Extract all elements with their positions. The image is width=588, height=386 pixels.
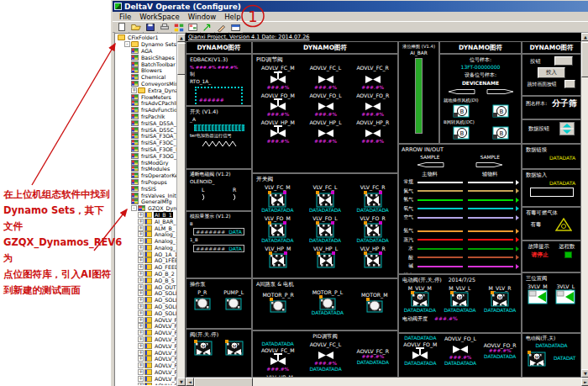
- expand-icon[interactable]: +: [138, 336, 144, 342]
- expand-icon[interactable]: +: [138, 369, 144, 375]
- tree-item[interactable]: -Dynamo Sets: [116, 41, 176, 48]
- data-display-object[interactable]: #######DATA: [193, 228, 244, 235]
- control-valve-object[interactable]: AOVLV_FO_L###.#%DATADATADA: [444, 336, 476, 367]
- material-line[interactable]: [417, 256, 463, 258]
- level-bar-gauge-object[interactable]: [415, 58, 423, 134]
- material-line[interactable]: [468, 208, 513, 209]
- tree-item[interactable]: +Analog_1AI_2B: [116, 231, 176, 238]
- menu-workspace[interactable]: WorkSpace: [135, 13, 183, 21]
- motor-valve-icon[interactable]: M: [194, 340, 213, 357]
- scroll-down-icon[interactable]: ▼: [581, 369, 588, 378]
- tree-item[interactable]: frsISA_D55A_B: [116, 119, 176, 126]
- tree-item[interactable]: +AOVLV_FO_L_: [116, 375, 176, 382]
- tree-item[interactable]: +AO_SOLENOID_R_: [116, 309, 176, 316]
- collapse-icon[interactable]: -: [131, 205, 137, 211]
- tree-item[interactable]: +AO_B_5: [116, 277, 176, 283]
- sample-arrow[interactable]: SAMPLE: [475, 155, 504, 169]
- control-valve-icon[interactable]: [318, 71, 334, 85]
- control-valve-object[interactable]: AOVLV_FC_R###.#%: [356, 65, 388, 90]
- toxic-warning-icon[interactable]: [555, 218, 572, 231]
- canvas-hscrollbar[interactable]: ◄ ►: [186, 378, 588, 386]
- canvas-vscroll-thumb[interactable]: [581, 42, 588, 77]
- tree-item[interactable]: +AO_B_2: [116, 271, 176, 278]
- control-valve-icon[interactable]: [270, 353, 286, 367]
- tree-item[interactable]: +AOVLV_FC_L_: [116, 316, 176, 323]
- canvas-vscrollbar[interactable]: ▲ ▼: [581, 33, 588, 378]
- waveform-object[interactable]: [201, 140, 238, 148]
- tree-item[interactable]: BatchToolbar: [116, 61, 176, 67]
- motor-icon[interactable]: [270, 298, 286, 313]
- new-button[interactable]: [115, 22, 129, 33]
- pump-icon[interactable]: [194, 295, 211, 310]
- tree-item[interactable]: ConveyorsMisc: [116, 81, 176, 87]
- data-input-box[interactable]: [530, 188, 574, 197]
- canvas-hscroll-thumb[interactable]: [194, 378, 253, 386]
- collapse-icon[interactable]: -: [124, 41, 130, 47]
- material-line[interactable]: [468, 199, 513, 201]
- tree-item[interactable]: +AOVLV_FC_L_2: [116, 323, 176, 330]
- scroll-right-icon[interactable]: ►: [581, 378, 588, 386]
- pump-icon[interactable]: [225, 295, 242, 310]
- runtime-mode-button[interactable]: [172, 22, 186, 33]
- onoff-valve-object[interactable]: VLV_HP_L: [313, 246, 338, 268]
- tree-item[interactable]: frsPachlk: [116, 114, 176, 120]
- solenoid-object[interactable]: R: [231, 187, 238, 203]
- arrow-left-icon[interactable]: [447, 87, 475, 96]
- motor-valve-icon[interactable]: M: [450, 291, 469, 308]
- data-display[interactable]: #######DATA: [193, 228, 244, 235]
- onoff-valve-icon[interactable]: [364, 251, 382, 268]
- tree-item[interactable]: +AO_FEEDBACK_: [116, 264, 176, 271]
- material-line[interactable]: [417, 266, 463, 267]
- sample-button-object[interactable]: [564, 80, 575, 88]
- motor-object[interactable]: MOTOR_P_R: [262, 292, 293, 313]
- tree-item[interactable]: +AO_OUT_: [116, 283, 176, 290]
- material-line[interactable]: [468, 182, 513, 183]
- tree-item[interactable]: frsModules: [116, 166, 176, 172]
- control-valve-icon[interactable]: [365, 98, 381, 112]
- material-line[interactable]: [468, 230, 513, 232]
- data-input-box-object[interactable]: [530, 188, 574, 197]
- fan-icon[interactable]: B: [453, 104, 470, 118]
- motor-valve-object[interactable]: M: [194, 340, 213, 357]
- tree-item[interactable]: +Analog_1ALM_1: [116, 245, 176, 251]
- tree-item[interactable]: frsValves_Init: [116, 192, 176, 198]
- control-valve-icon[interactable]: [318, 125, 334, 139]
- menu-help[interactable]: Help: [220, 13, 244, 21]
- pump-object[interactable]: PUMP_L: [223, 289, 244, 310]
- level-bar-gauge[interactable]: [415, 58, 423, 134]
- motor-valve-icon[interactable]: M: [528, 351, 546, 367]
- control-valve-object[interactable]: AOVLV_FC_L###.#%: [310, 65, 342, 90]
- tree-item[interactable]: +AI_B_1: [116, 212, 176, 219]
- expand-icon[interactable]: +: [138, 343, 144, 349]
- motor-icon[interactable]: [366, 298, 383, 313]
- tree-item[interactable]: frsAdvFunctions_P: [116, 107, 176, 114]
- tree-item[interactable]: frsISA_F3OG_N_2: [116, 152, 176, 159]
- menu-window[interactable]: Window: [184, 13, 221, 21]
- tree-item[interactable]: +AO_SOLENOID_A_: [116, 290, 176, 297]
- fan-object[interactable]: B: [492, 126, 509, 140]
- solenoid-object[interactable]: L: [200, 187, 207, 203]
- expand-icon[interactable]: +: [138, 245, 144, 251]
- onoff-valve-icon[interactable]: [269, 251, 287, 268]
- onoff-valve-icon[interactable]: [317, 251, 335, 268]
- material-line[interactable]: [417, 208, 463, 209]
- edit-arrow-button[interactable]: [201, 22, 214, 33]
- expand-icon[interactable]: +: [138, 278, 144, 283]
- tree-item[interactable]: +AOVLV_FC_R_: [116, 362, 176, 369]
- tree-item[interactable]: GeneralMfg: [116, 198, 176, 205]
- tree-item[interactable]: +AI_BAR_1: [116, 218, 176, 225]
- data-spinner[interactable]: [559, 122, 575, 135]
- tree-item[interactable]: +AOVLV_FC_M_: [116, 330, 176, 336]
- status-box[interactable]: [564, 251, 572, 258]
- tree-item[interactable]: frsModGry: [116, 159, 176, 166]
- motor-valve-object[interactable]: M: [528, 351, 546, 367]
- onoff-valve-icon[interactable]: [364, 191, 382, 208]
- expand-icon[interactable]: +: [138, 219, 144, 225]
- material-line[interactable]: [468, 217, 513, 219]
- material-line[interactable]: [417, 230, 463, 232]
- control-valve-object[interactable]: DATADATADAAOVLV_FO_MDATADATADA: [403, 336, 437, 367]
- motor-object[interactable]: MOTOR_M: [361, 292, 388, 313]
- motor-valve-icon[interactable]: M: [225, 340, 244, 357]
- dynamo-canvas[interactable]: Qianxi Project, Version 4.1 Date: 2014.0…: [186, 33, 581, 378]
- data-display[interactable]: ############ DATA: [195, 87, 244, 106]
